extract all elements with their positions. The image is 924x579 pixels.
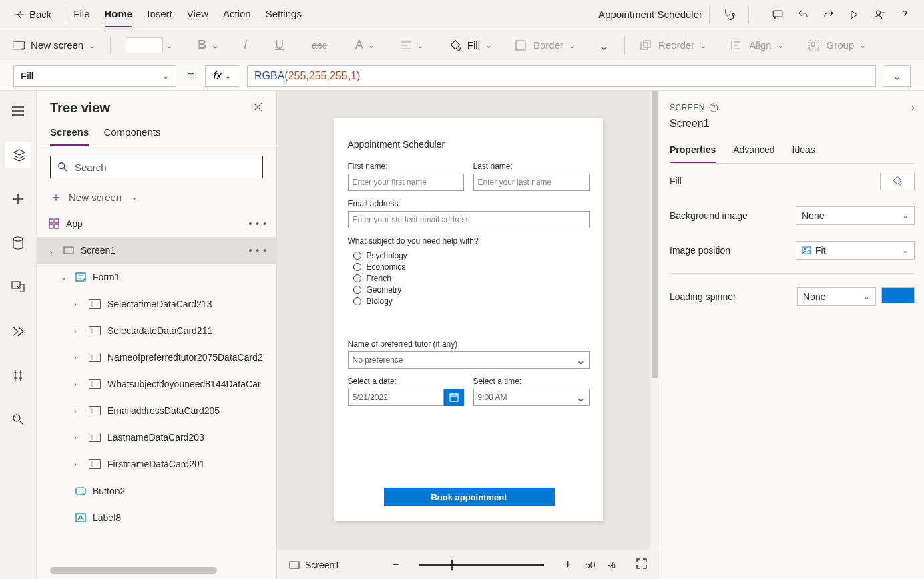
font-color-button[interactable]: A⌄ <box>355 38 375 52</box>
align-button[interactable]: Align ⌄ <box>730 39 783 51</box>
group-button[interactable]: Group ⌄ <box>808 39 867 51</box>
canvas-scrollbar-track[interactable] <box>650 91 660 550</box>
subject-radio[interactable]: French <box>353 274 590 283</box>
hamburger-button[interactable] <box>5 98 31 124</box>
more-button[interactable]: • • • <box>249 218 267 229</box>
subject-radio[interactable]: Biology <box>353 297 590 306</box>
app-checker-button[interactable] <box>716 3 742 27</box>
tree-item-datacard[interactable]: ›FirstnameDataCard201 <box>37 451 276 477</box>
data-button[interactable] <box>5 230 31 256</box>
subject-radio[interactable]: Psychology <box>353 251 590 260</box>
fit-to-window-button[interactable] <box>636 558 648 572</box>
back-button[interactable]: Back <box>7 5 58 25</box>
calendar-button[interactable] <box>444 389 464 406</box>
help-button[interactable] <box>892 3 917 27</box>
tree-item-datacard[interactable]: ›SelectatimeDataCard213 <box>37 291 276 317</box>
reorder-button[interactable]: Reorder ⌄ <box>640 39 706 51</box>
props-expand-button[interactable]: › <box>911 102 915 114</box>
fill-button[interactable]: Fill ⌄ <box>449 39 492 52</box>
border-button[interactable]: Border ⌄ <box>515 39 575 51</box>
tree-item-datacard[interactable]: ›EmailaddressDataCard205 <box>37 397 276 424</box>
tree-tab-screens[interactable]: Screens <box>50 121 89 146</box>
fill-color-button[interactable] <box>880 172 915 190</box>
last-name-input[interactable]: Enter your last name <box>473 174 590 191</box>
italic-button[interactable]: I <box>244 38 247 52</box>
close-tree-button[interactable] <box>252 102 263 115</box>
tree-item-datacard[interactable]: ›SelectadateDataCard211 <box>37 317 276 344</box>
tree-item-label8[interactable]: Label8 <box>37 504 276 531</box>
tree-item-form1[interactable]: ⌄ Form1 <box>37 264 276 291</box>
time-select[interactable]: 9:00 AM⌄ <box>473 389 590 406</box>
redo-button[interactable] <box>816 3 841 27</box>
props-tab-advanced[interactable]: Advanced <box>733 139 774 163</box>
subject-radio[interactable]: Geometry <box>353 285 590 295</box>
tree-search-input[interactable]: Search <box>50 156 263 178</box>
chevron-right-icon[interactable]: › <box>74 433 82 441</box>
play-button[interactable] <box>841 3 867 27</box>
tree-item-datacard[interactable]: ›LastnameDataCard203 <box>37 424 276 451</box>
first-name-input[interactable]: Enter your first name <box>348 174 464 191</box>
tree-item-datacard[interactable]: ›Whatsubjectdoyouneed8144DataCar <box>37 371 276 397</box>
tree-item-datacard[interactable]: ›Nameofpreferredtutor2075DataCard2 <box>37 344 276 371</box>
subject-radio[interactable]: Economics <box>353 262 590 272</box>
media-button[interactable] <box>5 274 31 301</box>
canvas-scrollbar-thumb[interactable] <box>652 91 658 378</box>
expand-ribbon-button[interactable]: ⌄ <box>598 37 610 53</box>
tab-settings[interactable]: Settings <box>266 1 302 27</box>
tab-insert[interactable]: Insert <box>147 1 172 27</box>
formula-input[interactable]: RGBA(255, 255, 255, 1) <box>247 65 876 87</box>
more-button[interactable]: • • • <box>249 245 267 256</box>
tree-item-app[interactable]: App • • • <box>37 210 276 237</box>
chevron-right-icon[interactable]: › <box>74 327 82 335</box>
props-tab-properties[interactable]: Properties <box>670 139 716 163</box>
advanced-tools-button[interactable] <box>5 362 31 389</box>
zoom-in-button[interactable]: + <box>560 558 575 572</box>
tree-tab-components[interactable]: Components <box>103 121 160 146</box>
tree-item-screen1[interactable]: ⌄ Screen1 • • • <box>37 237 276 264</box>
chevron-right-icon[interactable]: › <box>74 460 82 468</box>
underline-button[interactable]: U <box>275 38 284 52</box>
align-text-button[interactable]: ⌄ <box>400 41 423 50</box>
undo-button[interactable] <box>790 3 816 27</box>
zoom-out-button[interactable]: − <box>388 558 403 572</box>
spinner-color-swatch[interactable] <box>881 287 915 303</box>
expand-formula-button[interactable]: ⌄ <box>884 65 911 87</box>
imgpos-select[interactable]: Fit⌄ <box>796 241 915 260</box>
tab-home[interactable]: Home <box>105 1 133 27</box>
chevron-right-icon[interactable]: › <box>74 407 82 415</box>
tutor-select[interactable]: No preference⌄ <box>348 351 590 369</box>
tree-new-screen-button[interactable]: ＋ New screen ⌄ <box>37 184 276 210</box>
email-input[interactable]: Enter your student email address <box>348 211 590 228</box>
status-screen-selector[interactable]: Screen1 <box>289 560 340 570</box>
tab-file[interactable]: File <box>73 1 89 27</box>
theme-swatch[interactable]: ⌄ <box>126 37 172 53</box>
power-automate-button[interactable] <box>5 318 31 345</box>
tree-scrollbar[interactable] <box>50 567 217 574</box>
fx-button[interactable]: fx ⌄ <box>205 65 239 87</box>
date-input[interactable]: 5/21/2022 <box>348 389 444 406</box>
chevron-down-icon[interactable]: ⌄ <box>61 273 69 282</box>
chevron-right-icon[interactable]: › <box>74 353 82 361</box>
strikethrough-button[interactable]: abc <box>312 40 327 51</box>
tree-view-button[interactable] <box>5 142 31 168</box>
insert-button[interactable] <box>5 186 31 212</box>
chevron-down-icon[interactable]: ⌄ <box>49 246 57 255</box>
tree-item-button2[interactable]: Button2 <box>37 477 276 504</box>
property-selector[interactable]: Fill ⌄ <box>13 65 176 87</box>
help-icon[interactable] <box>709 103 718 112</box>
tab-action[interactable]: Action <box>223 1 251 27</box>
app-canvas-preview[interactable]: Appointment Scheduler First name: Enter … <box>334 118 603 521</box>
chevron-right-icon[interactable]: › <box>74 380 82 388</box>
zoom-slider[interactable] <box>419 564 544 566</box>
comments-button[interactable] <box>765 3 790 27</box>
chevron-right-icon[interactable]: › <box>74 300 82 308</box>
share-button[interactable] <box>867 3 892 27</box>
spinner-select[interactable]: None⌄ <box>797 287 876 306</box>
canvas-stage[interactable]: Appointment Scheduler First name: Enter … <box>277 91 660 550</box>
bold-button[interactable]: B⌄ <box>198 38 218 52</box>
zoom-slider-thumb[interactable] <box>451 560 453 570</box>
props-tab-ideas[interactable]: Ideas <box>792 139 815 163</box>
bgimage-select[interactable]: None⌄ <box>796 206 915 225</box>
book-appointment-button[interactable]: Book appointment <box>384 488 555 506</box>
tab-view[interactable]: View <box>187 1 208 27</box>
